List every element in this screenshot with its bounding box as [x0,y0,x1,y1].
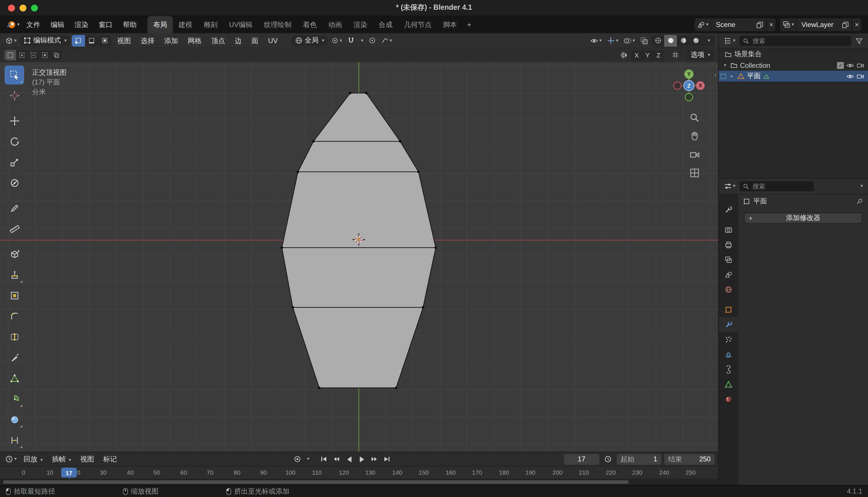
pan-button[interactable] [688,130,701,142]
uv-menu[interactable]: UV [264,35,282,46]
new-scene-button[interactable] [754,18,766,31]
timeline-scrollbar[interactable] [3,480,629,484]
gizmos-dropdown[interactable]: ▾ [605,35,620,46]
material-preview-shading-button[interactable] [677,35,690,46]
rotate-tool[interactable] [4,132,24,151]
absolute-grid-snap-icon[interactable] [670,49,681,61]
viewport-3d[interactable]: 正交顶视图 (17) 平面 分米 [0,62,718,452]
proportional-falloff-dropdown[interactable]: ▾ [380,35,394,46]
auto-keying-dropdown[interactable]: ▾ [304,453,311,465]
bevel-tool[interactable] [4,307,24,326]
timeline-ruler[interactable]: 0 10 20 30 40 50 60 70 80 90 100 110 120… [0,467,718,479]
workspace-tab-scripting[interactable]: 脚本 [437,16,462,33]
hide-in-viewport-icon[interactable] [846,72,854,80]
hide-in-viewport-icon[interactable] [846,61,854,69]
outliner-row-plane[interactable]: ▸ 平面 [719,71,868,82]
playback-menu[interactable]: 回放 ▾ [19,453,47,465]
perspective-ortho-button[interactable] [688,167,701,179]
disable-in-renders-icon[interactable] [856,61,865,69]
tab-material[interactable] [719,392,738,407]
transform-tool[interactable] [4,173,24,193]
expand-collection-icon[interactable]: ▾ [722,62,728,68]
timeline-scrollbar-track[interactable] [0,479,718,485]
tab-scene[interactable] [719,267,738,282]
pin-icon[interactable] [856,197,864,205]
close-window-button[interactable] [8,4,15,12]
jump-to-prev-keyframe-button[interactable] [331,453,343,465]
start-frame-field[interactable]: 起始 1 [617,454,661,465]
transform-orientation-dropdown[interactable]: 全局 ▾ [291,35,327,46]
edge-select-button[interactable] [85,35,98,46]
inset-faces-tool[interactable] [4,286,24,305]
tab-tool[interactable] [719,202,738,217]
measure-tool[interactable] [4,219,24,239]
timeline-editor-type-button[interactable]: ▾ [3,453,18,465]
camera-view-button[interactable] [688,148,701,161]
zoom-button[interactable] [688,112,701,124]
workspace-tab-shading[interactable]: 着色 [297,16,322,33]
xray-toggle-button[interactable] [638,35,650,46]
overlays-dropdown[interactable]: ▾ [622,35,637,46]
properties-editor-type-button[interactable]: ▾ [722,181,737,192]
outliner-editor-type-button[interactable]: ▾ [722,35,737,46]
select-set-subtract-button[interactable] [28,50,39,60]
snap-settings-dropdown[interactable]: ▾ [358,35,365,46]
jump-to-start-button[interactable] [318,453,330,465]
jump-to-next-keyframe-button[interactable] [369,453,381,465]
select-set-invert-button[interactable] [39,50,50,60]
outliner-filter-button[interactable] [854,35,865,46]
extrude-region-tool[interactable] [4,266,24,284]
add-modifier-button[interactable]: + 添加修改器 [744,213,862,224]
tab-object[interactable] [719,302,738,317]
cursor-tool[interactable] [4,86,24,105]
proportional-editing-toggle[interactable] [367,35,378,46]
region-collapse-arrow[interactable]: ‹ [715,71,717,78]
object-visibility-dropdown[interactable]: ▾ [588,35,603,46]
tool-options-dropdown[interactable]: 选项 ▾ [687,49,713,61]
workspace-tab-modeling[interactable]: 建模 [173,16,198,33]
loop-cut-tool[interactable] [4,327,24,346]
pivot-point-dropdown[interactable]: ▾ [329,35,343,46]
mesh-menu[interactable]: 网格 [184,35,206,46]
navigation-gizmo[interactable]: Y X Z [672,69,706,102]
workspace-tab-sculpting[interactable]: 雕刻 [198,16,223,33]
properties-options-button[interactable]: ▾ [858,181,865,192]
edge-menu[interactable]: 边 [231,35,246,46]
move-tool[interactable] [4,112,24,130]
outliner-search-input[interactable] [751,37,848,45]
workspace-tab-texture-paint[interactable]: 纹理绘制 [258,16,297,33]
vertex-menu[interactable]: 顶点 [207,35,229,46]
editor-type-button[interactable]: ▾ [3,35,18,46]
unlink-scene-button[interactable]: × [766,18,776,31]
disable-in-renders-icon[interactable] [856,72,865,80]
solid-shading-button[interactable] [664,35,677,46]
select-set-new-button[interactable] [4,50,16,60]
tab-render[interactable] [719,222,738,237]
mirror-y-button[interactable]: Y [642,50,653,60]
keying-menu[interactable]: 插帧 ▾ [48,453,75,465]
timeline-view-menu[interactable]: 视图 [76,453,98,465]
workspace-tab-rendering[interactable]: 渲染 [348,16,373,33]
auto-keying-toggle[interactable] [292,453,304,465]
snap-toggle-button[interactable] [345,35,356,46]
use-preview-range-toggle[interactable] [602,453,614,465]
poly-build-tool[interactable] [4,369,24,388]
gizmo-y-neg-axis[interactable] [685,94,693,101]
menu-file[interactable]: 文件 [21,18,45,31]
add-menu[interactable]: 添加 [160,35,182,46]
tab-object-data[interactable] [719,377,738,392]
spin-tool[interactable] [4,389,24,409]
workspace-tab-animation[interactable]: 动画 [322,16,348,33]
properties-search-input[interactable] [751,182,811,190]
menu-edit[interactable]: 编辑 [45,18,70,31]
remove-viewlayer-button[interactable]: × [852,18,861,31]
face-select-button[interactable] [98,35,112,46]
tab-modifiers[interactable] [719,317,738,332]
add-workspace-button[interactable]: + [462,16,476,33]
rendered-shading-button[interactable] [690,35,702,46]
add-cube-tool[interactable] [4,245,24,264]
new-viewlayer-button[interactable] [839,18,852,31]
smooth-tool[interactable] [4,410,24,429]
wireframe-shading-button[interactable] [651,35,664,46]
gizmo-x-neg-axis[interactable] [674,82,681,89]
